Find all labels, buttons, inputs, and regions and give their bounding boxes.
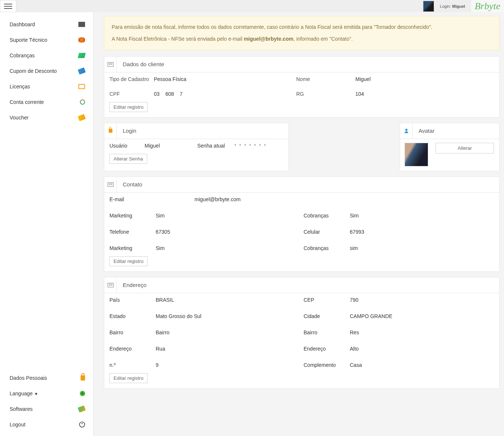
voucher-icon bbox=[78, 114, 86, 121]
support-icon bbox=[78, 37, 85, 43]
value-endereco2: Alto bbox=[350, 346, 494, 352]
sidebar-item-voucher[interactable]: Voucher bbox=[0, 110, 93, 125]
value-usuario: Miguel bbox=[145, 143, 194, 149]
sidebar-item-dashboard[interactable]: Dashboard bbox=[0, 17, 93, 32]
value-endereco1: Rua bbox=[156, 346, 300, 352]
label-telefone: Telefone bbox=[109, 229, 152, 235]
label-celular: Celular bbox=[304, 229, 346, 235]
edit-client-button[interactable]: Editar registro bbox=[109, 102, 148, 112]
sidebar-item-label: Cupom de Desconto bbox=[10, 68, 57, 74]
value-cidade: CAMPO GRANDE bbox=[350, 313, 494, 319]
sidebar-item-licenses[interactable]: Licenças bbox=[0, 79, 93, 94]
label-tipo-cadastro: Tipo de Cadastro bbox=[109, 76, 150, 82]
label-estado: Estado bbox=[109, 313, 152, 319]
change-avatar-button[interactable]: Alterar bbox=[436, 143, 494, 153]
value-cep: 790 bbox=[350, 297, 494, 303]
brand-logo: Brbyte bbox=[471, 0, 504, 12]
panel-title: Contato bbox=[117, 181, 148, 187]
person-icon bbox=[400, 123, 413, 139]
value-cpf: 03 608 7 bbox=[154, 91, 292, 97]
label-cobrancas: Cobranças bbox=[304, 213, 346, 219]
value-complemento: Casa bbox=[350, 362, 494, 368]
label-usuario: Usuário bbox=[109, 143, 141, 149]
power-icon bbox=[79, 422, 85, 427]
panel-avatar: Avatar Alterar bbox=[400, 123, 500, 171]
invoice-warning-alert: Para emissão de nota fiscal, informe tod… bbox=[104, 16, 500, 50]
label-cidade: Cidade bbox=[304, 313, 346, 319]
value-telefone: 67305 bbox=[156, 229, 300, 235]
label-numero: n.º bbox=[109, 362, 152, 368]
avatar-image bbox=[405, 143, 428, 166]
lock-icon bbox=[81, 375, 85, 381]
document-icon bbox=[104, 177, 117, 192]
lock-icon bbox=[104, 123, 117, 139]
sidebar-item-label: Logout bbox=[10, 422, 26, 427]
label-cpf: CPF bbox=[109, 91, 150, 97]
sidebar-item-label: Dados Pessoais bbox=[10, 375, 47, 381]
value-celular: 67993 bbox=[350, 229, 494, 235]
sidebar-item-coupon[interactable]: Cupom de Desconto bbox=[0, 63, 93, 79]
label-bairro2: Bairro bbox=[304, 329, 346, 335]
topbar-avatar[interactable] bbox=[423, 1, 434, 12]
label-marketing: Marketing bbox=[109, 213, 152, 219]
value-cobrancas2: sim bbox=[350, 245, 494, 251]
panel-title: Login bbox=[117, 128, 142, 134]
change-password-button[interactable]: Alterar Senha bbox=[109, 154, 147, 164]
sidebar-item-label: Voucher bbox=[10, 115, 28, 121]
topbar: Login: Miguel Brbyte bbox=[0, 0, 504, 12]
label-cobrancas2: Cobranças bbox=[304, 245, 346, 251]
label-marketing2: Marketing bbox=[109, 245, 152, 251]
label-cep: CEP bbox=[304, 297, 346, 303]
sidebar-item-logout[interactable]: Logout bbox=[0, 417, 93, 432]
sidebar-item-label: Cobranças bbox=[10, 53, 35, 58]
cash-icon bbox=[78, 53, 86, 58]
value-email: miguel@brbyte.com bbox=[156, 196, 494, 202]
edit-address-button[interactable]: Editar registro bbox=[109, 373, 148, 383]
sidebar-item-label: Suporte Técnico bbox=[10, 37, 47, 43]
panel-contact: Contato E-mail miguel@brbyte.com Marketi… bbox=[104, 176, 500, 272]
label-endereco1: Endereço bbox=[109, 346, 152, 352]
alert-line1: Para emissão de nota fiscal, informe tod… bbox=[112, 23, 492, 31]
sidebar-item-label: Language▼ bbox=[10, 391, 38, 396]
sidebar-item-support[interactable]: Suporte Técnico bbox=[0, 32, 93, 48]
label-bairro1: Bairro bbox=[109, 329, 152, 335]
dashboard-icon bbox=[78, 22, 85, 27]
sidebar-item-label: Licenças bbox=[10, 84, 30, 89]
document-icon bbox=[104, 277, 117, 293]
sidebar-item-label: Conta corrente bbox=[10, 99, 44, 105]
sidebar: Dashboard Suporte Técnico Cobranças Cupo… bbox=[0, 12, 93, 436]
panel-login: Login Usuário Miguel Senha atual * * * *… bbox=[104, 123, 289, 171]
hamburger-menu[interactable] bbox=[0, 0, 16, 12]
label-senha: Senha atual bbox=[197, 143, 231, 149]
software-icon bbox=[78, 405, 86, 412]
document-icon bbox=[104, 57, 117, 72]
panel-address: Endereço País BRASIL CEP 790 Estado Mato… bbox=[104, 277, 500, 389]
main-content: Para emissão de nota fiscal, informe tod… bbox=[93, 12, 504, 436]
sidebar-item-billing[interactable]: Cobranças bbox=[0, 48, 93, 63]
label-nome: Nome bbox=[296, 76, 352, 82]
sidebar-item-language[interactable]: Language▼ bbox=[0, 386, 93, 401]
value-rg: 104 bbox=[355, 91, 494, 97]
sidebar-item-softwares[interactable]: Softwares bbox=[0, 401, 93, 417]
value-bairro1: Bairro bbox=[156, 329, 300, 335]
edit-contact-button[interactable]: Editar registro bbox=[109, 256, 148, 266]
value-bairro2: Res bbox=[350, 329, 494, 335]
sidebar-item-personal-data[interactable]: Dados Pessoais bbox=[0, 370, 93, 386]
sidebar-item-account[interactable]: Conta corrente bbox=[0, 94, 93, 110]
value-tipo-cadastro: Pessoa Física bbox=[154, 76, 292, 82]
label-pais: País bbox=[109, 297, 152, 303]
flag-icon bbox=[80, 391, 85, 396]
label-complemento: Complemento bbox=[304, 362, 346, 368]
value-cobrancas: Sim bbox=[350, 213, 494, 219]
panel-title: Avatar bbox=[413, 128, 440, 134]
sidebar-item-label: Softwares bbox=[10, 406, 33, 412]
value-nome: Miguel bbox=[355, 76, 494, 82]
panel-title: Dados do cliente bbox=[117, 61, 170, 67]
label-endereco2: Endereço bbox=[304, 346, 346, 352]
value-marketing2: Sim bbox=[156, 245, 300, 251]
value-marketing: Sim bbox=[156, 213, 300, 219]
card-icon bbox=[78, 84, 85, 89]
label-rg: RG bbox=[296, 91, 352, 97]
sidebar-item-label: Dashboard bbox=[10, 21, 35, 27]
label-email: E-mail bbox=[109, 196, 152, 202]
